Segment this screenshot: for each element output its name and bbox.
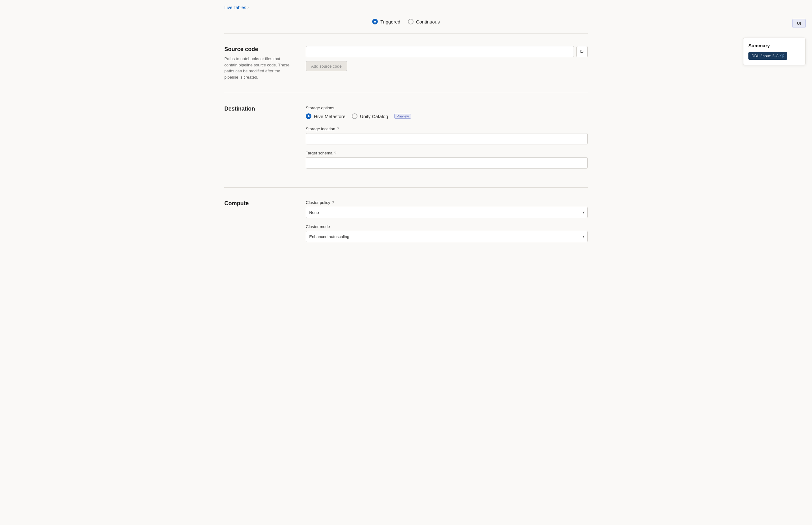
add-source-code-label: Add source code xyxy=(311,64,342,69)
source-code-content: 🗂 Add source code xyxy=(306,46,588,80)
divider-top xyxy=(224,33,588,33)
cluster-policy-label: Cluster policy ? xyxy=(306,200,588,205)
storage-location-group: Storage location ? xyxy=(306,126,588,145)
summary-panel: Summary DBU / hour: 2–8 ⓘ xyxy=(743,38,806,65)
storage-location-label: Storage location ? xyxy=(306,126,588,131)
unity-catalog-label: Unity Catalog xyxy=(360,114,388,119)
source-code-description: Paths to notebooks or files that contain… xyxy=(224,56,293,80)
target-schema-input[interactable] xyxy=(306,157,588,168)
breadcrumb-parent-link[interactable]: Live Tables xyxy=(224,5,246,10)
target-schema-group: Target schema ? xyxy=(306,151,588,168)
target-schema-info-icon: ? xyxy=(334,151,336,155)
divider-destination xyxy=(224,93,588,93)
hive-metastore-radio[interactable] xyxy=(306,114,311,119)
add-source-code-button[interactable]: Add source code xyxy=(306,61,347,71)
ui-mode-button[interactable]: UI xyxy=(792,19,806,28)
cluster-mode-select-wrapper: Enhanced autoscaling Fixed size Legacy a… xyxy=(306,231,588,242)
compute-title: Compute xyxy=(224,200,293,207)
breadcrumb-chevron-icon: › xyxy=(247,5,249,10)
cluster-mode-group: Cluster mode Enhanced autoscaling Fixed … xyxy=(306,224,588,242)
unity-catalog-option[interactable]: Unity Catalog xyxy=(352,114,388,119)
cluster-policy-select-wrapper: None Option A Option B ▾ xyxy=(306,207,588,218)
compute-section: Compute Cluster policy ? None Option A O… xyxy=(224,190,588,258)
compute-content: Cluster policy ? None Option A Option B … xyxy=(306,200,588,249)
continuous-label: Continuous xyxy=(416,19,440,25)
storage-options-label: Storage options xyxy=(306,106,588,110)
pipeline-mode-selector: Triggered Continuous xyxy=(224,14,588,31)
target-schema-label: Target schema ? xyxy=(306,151,588,155)
cluster-policy-info-icon: ? xyxy=(332,200,334,205)
destination-title: Destination xyxy=(224,106,293,112)
divider-compute xyxy=(224,187,588,188)
hive-metastore-label: Hive Metastore xyxy=(314,114,346,119)
cluster-mode-label: Cluster mode xyxy=(306,224,588,229)
source-code-input[interactable] xyxy=(306,46,574,57)
unity-catalog-radio[interactable] xyxy=(352,114,358,119)
hive-metastore-option[interactable]: Hive Metastore xyxy=(306,114,346,119)
continuous-option[interactable]: Continuous xyxy=(408,19,440,25)
continuous-radio[interactable] xyxy=(408,19,413,25)
destination-content: Storage options Hive Metastore Unity Cat… xyxy=(306,106,588,175)
source-code-label-col: Source code Paths to notebooks or files … xyxy=(224,46,293,80)
cluster-policy-group: Cluster policy ? None Option A Option B … xyxy=(306,200,588,218)
summary-dbu-badge: DBU / hour: 2–8 ⓘ xyxy=(748,52,787,60)
cluster-mode-select[interactable]: Enhanced autoscaling Fixed size Legacy a… xyxy=(306,231,588,242)
storage-location-info-icon: ? xyxy=(337,126,339,131)
folder-browse-button[interactable]: 🗂 xyxy=(576,46,588,57)
source-code-title: Source code xyxy=(224,46,293,52)
summary-info-icon: ⓘ xyxy=(780,53,784,59)
source-code-section: Source code Paths to notebooks or files … xyxy=(224,36,588,90)
compute-label-col: Compute xyxy=(224,200,293,249)
folder-icon: 🗂 xyxy=(580,49,585,55)
destination-label-col: Destination xyxy=(224,106,293,175)
preview-badge: Preview xyxy=(394,114,411,119)
storage-options-radio-group: Hive Metastore Unity Catalog Preview xyxy=(306,114,588,119)
destination-section: Destination Storage options Hive Metasto… xyxy=(224,95,588,185)
storage-location-input[interactable] xyxy=(306,133,588,145)
source-code-input-row: 🗂 xyxy=(306,46,588,57)
triggered-option[interactable]: Triggered xyxy=(372,19,400,25)
breadcrumb: Live Tables › xyxy=(224,0,588,14)
summary-dbu-label: DBU / hour: 2–8 xyxy=(752,54,779,58)
cluster-policy-select[interactable]: None Option A Option B xyxy=(306,207,588,218)
triggered-radio[interactable] xyxy=(372,19,378,25)
triggered-label: Triggered xyxy=(380,19,400,25)
summary-title: Summary xyxy=(748,43,800,48)
